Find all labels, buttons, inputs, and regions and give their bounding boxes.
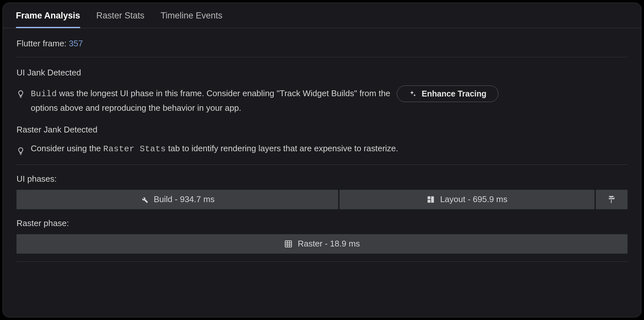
build-code: Build [31,89,57,99]
enhance-tracing-label: Enhance Tracing [422,89,486,98]
phase-raster[interactable]: Raster - 18.9 ms [17,234,627,254]
raster-phase-bar: Raster - 18.9 ms [17,234,627,254]
enhance-tracing-button[interactable]: Enhance Tracing [397,86,498,102]
raster-jank-title: Raster Jank Detected [17,125,627,135]
raster-phase-section: Raster phase: Raster - 18.9 ms [17,218,627,254]
phase-raster-label: Raster - 18.9 ms [298,239,360,249]
ui-jank-text: Build was the longest UI phase in this f… [31,86,627,114]
ui-phases-bar: Build - 934.7 ms Layout - 695.9 ms [17,190,627,209]
ui-phases-label: UI phases: [17,174,627,184]
raster-jank-tip: Consider using the Raster Stats tab to i… [17,143,627,155]
raster-jank-text: Consider using the Raster Stats tab to i… [31,143,401,155]
sparkle-icon [409,90,416,98]
tab-bar: Frame Analysis Raster Stats Timeline Eve… [3,3,641,28]
grid-icon [284,240,293,248]
divider [17,165,627,165]
paint-roller-icon [607,195,616,204]
tab-raster-stats[interactable]: Raster Stats [96,11,145,28]
phase-layout-label: Layout - 695.9 ms [440,194,507,204]
panel-content: Flutter frame: 357 UI Jank Detected Buil… [3,28,641,272]
svg-rect-0 [285,241,292,247]
phase-build[interactable]: Build - 934.7 ms [17,190,338,209]
tab-frame-analysis[interactable]: Frame Analysis [16,11,80,28]
phase-layout[interactable]: Layout - 695.9 ms [339,190,594,209]
layout-icon [427,195,435,204]
lightbulb-icon [17,147,25,155]
phase-paint[interactable] [596,190,627,209]
wrench-icon [140,195,149,204]
ui-jank-title: UI Jank Detected [17,68,627,78]
raster-phase-label: Raster phase: [17,218,627,228]
raster-stats-code: Raster Stats [103,144,166,154]
frame-analysis-panel: Frame Analysis Raster Stats Timeline Eve… [3,3,641,317]
frame-prefix: Flutter frame: [17,39,69,48]
divider [17,261,627,262]
ui-jank-part1: was the longest UI phase in this frame. … [57,88,391,98]
phase-build-label: Build - 934.7 ms [154,194,215,204]
lightbulb-icon [17,90,25,98]
ui-jank-part2: options above and reproducing the behavi… [31,102,241,114]
ui-jank-tip: Build was the longest UI phase in this f… [17,86,627,114]
raster-jank-part2: tab to identify rendering layers that ar… [168,143,398,153]
frame-header: Flutter frame: 357 [17,39,627,57]
tab-timeline-events[interactable]: Timeline Events [161,11,222,28]
frame-number-link[interactable]: 357 [69,39,83,48]
raster-jank-part1: Consider using the [31,143,103,153]
